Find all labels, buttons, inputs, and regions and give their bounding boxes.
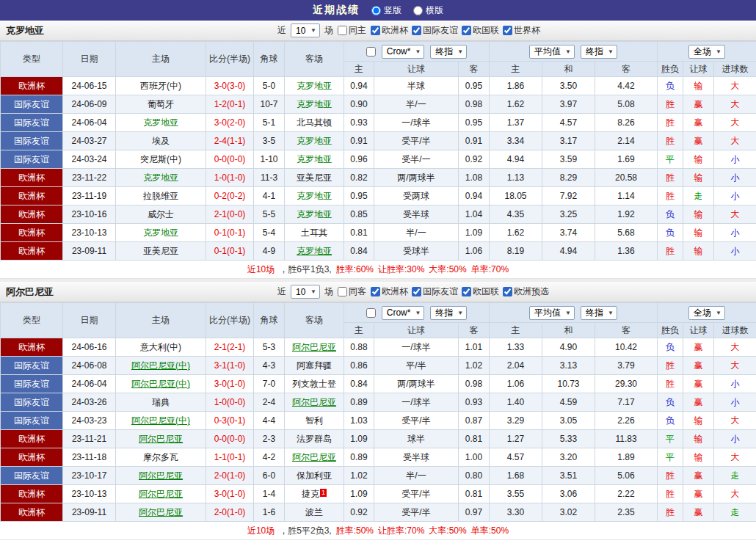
- team-name[interactable]: 克罗地亚: [297, 99, 332, 109]
- team-name[interactable]: 阿尔巴尼亚: [139, 470, 183, 481]
- vertical-layout-radio[interactable]: [371, 6, 381, 15]
- away-team-cell: 克罗地亚: [285, 187, 344, 205]
- league-checkbox[interactable]: [462, 287, 471, 296]
- avg-home-odds: 3.30: [490, 503, 542, 522]
- match-date: 23-10-17: [63, 467, 116, 485]
- away-team-cell: 克罗地亚: [285, 132, 344, 150]
- league-checkbox[interactable]: [412, 26, 421, 35]
- league-checkbox[interactable]: [371, 26, 380, 35]
- recent-label: 近: [277, 24, 286, 37]
- league-type-cell: 国际友谊: [1, 375, 63, 393]
- league-checkbox[interactable]: [412, 287, 421, 296]
- league-checkbox[interactable]: [503, 26, 512, 35]
- team-name[interactable]: 阿尔巴尼亚: [292, 342, 336, 352]
- result-goals: 小: [714, 242, 756, 261]
- avg-away-odds: 1.36: [595, 242, 658, 261]
- team-name[interactable]: 克罗地亚: [143, 172, 178, 183]
- score-cell: 1-0(0-0): [206, 393, 254, 412]
- result-goals: 大: [714, 77, 756, 95]
- average-select[interactable]: 平均值▼: [529, 45, 575, 59]
- avg-home-odds: 2.04: [490, 357, 542, 375]
- team-name[interactable]: 克罗地亚: [143, 228, 178, 238]
- handicap-home-odds: 0.84: [344, 375, 374, 393]
- average-stage-select[interactable]: 终指▼: [581, 45, 617, 59]
- average-select[interactable]: 平均值▼: [529, 306, 575, 320]
- team-name[interactable]: 克罗地亚: [297, 191, 332, 201]
- score-cell: 3-0(2-0): [206, 114, 254, 132]
- league-filter[interactable]: 欧洲杯: [371, 24, 408, 37]
- avg-home-odds: 4.57: [490, 448, 542, 467]
- team-name[interactable]: 克罗地亚: [297, 136, 332, 146]
- team-name[interactable]: 阿尔巴尼亚(中): [131, 379, 190, 389]
- fulltime-select[interactable]: 全场▼: [688, 306, 725, 320]
- handicap-home-odds: 0.89: [344, 448, 374, 467]
- handicap-away-odds: 1.02: [459, 357, 490, 375]
- team-name[interactable]: 阿尔巴尼亚: [139, 489, 183, 499]
- summary-segment: 近10场: [247, 525, 275, 537]
- league-filter[interactable]: 欧国联: [462, 285, 499, 298]
- team-name[interactable]: 阿尔巴尼亚: [139, 507, 183, 517]
- team-name[interactable]: 克罗地亚: [297, 154, 332, 164]
- away-team-cell: 智利: [285, 412, 344, 430]
- result-winloss: 胜: [658, 485, 683, 503]
- team-name: 捷克: [302, 489, 319, 499]
- league-checkbox[interactable]: [462, 26, 471, 35]
- same-venue-checkbox[interactable]: [338, 26, 347, 35]
- match-date: 23-09-11: [63, 242, 116, 261]
- same-venue-filter[interactable]: 同主: [338, 24, 366, 37]
- team-name[interactable]: 克罗地亚: [297, 81, 332, 91]
- corner-cell: 11-3: [254, 169, 285, 187]
- avg-away-odds: 1.14: [595, 187, 658, 205]
- fulltime-select[interactable]: 全场▼: [688, 45, 725, 59]
- handicap-stage-select[interactable]: 终指▼: [430, 306, 467, 320]
- team-name[interactable]: 阿尔巴尼亚(中): [131, 360, 190, 371]
- bookmaker-select[interactable]: Crow*▼: [382, 45, 425, 59]
- team-name[interactable]: 阿尔巴尼亚: [292, 452, 336, 462]
- team-name[interactable]: 阿尔巴尼亚: [292, 397, 336, 407]
- avg-home-odds: 8.19: [490, 242, 542, 261]
- league-type-cell: 国际友谊: [1, 467, 63, 485]
- match-row: 国际友谊24-06-04阿尔巴尼亚(中)3-0(1-0)7-0列支敦士登0.84…: [1, 375, 756, 393]
- home-team-cell: 阿尔巴尼亚(中): [116, 357, 206, 375]
- handicap-home-odds: 0.85: [344, 205, 374, 224]
- odds-header-checkbox[interactable]: [366, 308, 376, 318]
- handicap-home-odds: 0.94: [344, 77, 374, 95]
- team-name[interactable]: 阿尔巴尼亚: [139, 434, 183, 444]
- league-filter[interactable]: 国际友谊: [412, 285, 458, 298]
- corner-cell: 2-3: [254, 430, 285, 448]
- col-score: 比分(半场): [206, 303, 254, 338]
- result-handicap: 赢: [683, 132, 714, 150]
- horizontal-layout-label: 横版: [426, 4, 443, 17]
- team-name[interactable]: 阿尔巴尼亚(中): [131, 415, 190, 426]
- league-type-cell: 欧洲杯: [1, 448, 63, 467]
- chevron-down-icon: ▼: [716, 310, 722, 316]
- league-filter[interactable]: 国际友谊: [412, 24, 458, 37]
- match-count-select[interactable]: 10▼: [291, 285, 320, 299]
- result-handicap: 赢: [683, 393, 714, 412]
- average-stage-select[interactable]: 终指▼: [581, 306, 617, 320]
- team-name[interactable]: 克罗地亚: [297, 209, 332, 219]
- league-checkbox[interactable]: [371, 287, 380, 296]
- same-venue-checkbox[interactable]: [338, 287, 347, 296]
- same-venue-filter[interactable]: 同客: [338, 285, 366, 298]
- avg-away-odds: 11.83: [595, 430, 658, 448]
- match-count-select[interactable]: 10▼: [291, 23, 320, 37]
- handicap-stage-select[interactable]: 终指▼: [430, 45, 467, 59]
- layout-option-horizontal[interactable]: 横版: [413, 4, 443, 17]
- league-filter[interactable]: 欧国联: [462, 24, 499, 37]
- layout-option-vertical[interactable]: 竖版: [371, 4, 401, 17]
- team-name[interactable]: 克罗地亚: [297, 246, 332, 256]
- league-filter[interactable]: 世界杯: [503, 24, 540, 37]
- horizontal-layout-radio[interactable]: [413, 6, 423, 15]
- league-checkbox[interactable]: [503, 287, 512, 296]
- bookmaker-select[interactable]: Crow*▼: [382, 306, 425, 320]
- result-handicap: 输: [683, 430, 714, 448]
- team-name[interactable]: 克罗地亚: [143, 117, 178, 128]
- corner-cell: 5-1: [254, 114, 285, 132]
- league-filter[interactable]: 欧洲杯: [371, 285, 408, 298]
- col-home: 主场: [116, 42, 206, 77]
- odds-header-checkbox[interactable]: [366, 47, 376, 57]
- home-team-cell: 阿尔巴尼亚: [116, 430, 206, 448]
- league-filter[interactable]: 欧洲预选: [503, 285, 549, 298]
- match-row: 欧洲杯23-11-19拉脱维亚0-2(0-2)4-1克罗地亚0.95受两球0.9…: [1, 187, 756, 205]
